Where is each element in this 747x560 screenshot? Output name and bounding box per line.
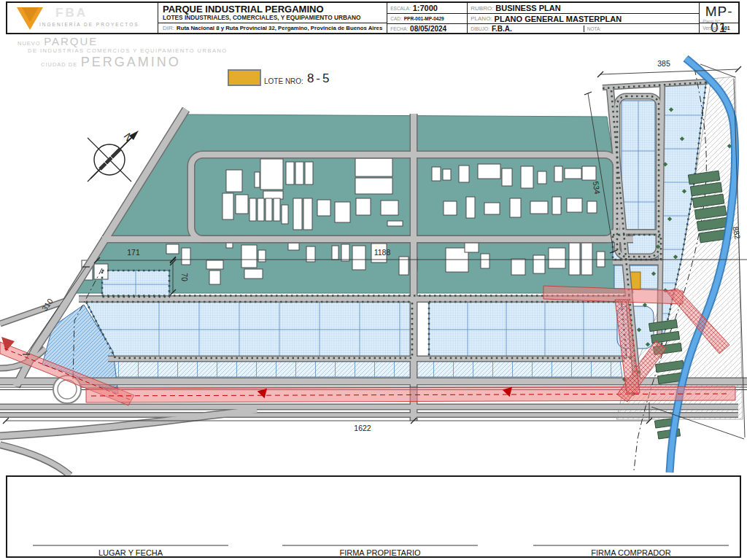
fecha-label: FECHA:: [390, 26, 408, 31]
dim-70: 70: [180, 273, 189, 281]
dim-385: 385: [657, 59, 670, 68]
escala-value: 1:7000: [413, 4, 438, 12]
project-title: PARQUE INDUSTRIAL PERGAMINO: [163, 4, 382, 15]
north-arrow-icon: N: [88, 131, 139, 182]
dir-label: DIR:: [163, 25, 174, 31]
wm-line2: DE INDUSTRIAS COMERCIOS Y EQUIPAMIENTO U…: [28, 48, 228, 54]
fecha-value: 08/05/2024: [410, 25, 446, 33]
legend-lot-number: 8-5: [307, 71, 332, 86]
project-cell: PARQUE INDUSTRIAL PERGAMINO LOTES INDUST…: [158, 3, 387, 33]
rubro-label: RUBRO:: [471, 5, 493, 12]
fba-logo-icon: [15, 4, 45, 33]
plano-value: PLANO GENERAL MASTERPLAN: [495, 15, 622, 23]
nota-label: NOTA:: [587, 26, 601, 31]
lot-color-swatch: [228, 69, 261, 86]
version-value: A01: [721, 26, 730, 31]
logo-cell: FBA INGENIERÍA DE PROYECTOS: [7, 3, 158, 33]
lot-legend: LOTE NRO: 8-5: [228, 69, 331, 86]
plan-watermark-heading: NUEVO PARQUE DE INDUSTRIAS COMERCIOS Y E…: [18, 36, 228, 69]
wm-big3: PERGAMINO: [81, 55, 181, 69]
dim-1622: 1622: [354, 424, 371, 432]
legend-label: LOTE NRO:: [264, 77, 303, 85]
dibujo-value: F.B.A.: [492, 25, 512, 33]
escala-label: ESCALA:: [390, 6, 410, 11]
signature-propietario: FIRMA PROPIETARIO: [282, 545, 478, 557]
title-block: FBA INGENIERÍA DE PROYECTOS PARQUE INDUS…: [6, 1, 740, 34]
rubro-value: BUSINESS PLAN: [495, 4, 560, 12]
project-subtitle: LOTES INDUSTRIALES, COMERCIALES, Y EQUIP…: [163, 15, 382, 21]
signature-lugar-fecha: LUGAR Y FECHA: [33, 545, 228, 557]
dibujo-label: DIBUJO:: [471, 26, 489, 31]
wm-prefix3: CIUDAD DE: [41, 61, 77, 68]
logo-tagline: INGENIERÍA DE PROYECTOS: [39, 22, 139, 27]
signature-comprador: FIRMA COMPRADOR: [533, 545, 729, 557]
wm-prefix1: NUEVO: [18, 40, 41, 47]
signature-box: LUGAR Y FECHA FIRMA PROPIETARIO FIRMA CO…: [6, 475, 741, 558]
dim-171: 171: [127, 248, 140, 257]
plan-cell: RUBRO: BUSINESS PLAN PLANO: PLANO GENERA…: [467, 3, 699, 33]
version-label: Version: [703, 26, 719, 31]
compass-north-label: N: [122, 131, 136, 143]
cad-label: CAD:: [390, 16, 402, 21]
meta-cell: ESCALA: 1:7000 CAD: PPR-001-MP-0429 FECH…: [387, 3, 467, 33]
plano-label: PLANO:: [471, 15, 492, 22]
sheet-cell: MP-01 Plano N° Version A01: [699, 3, 738, 33]
dim-1188: 1188: [374, 248, 391, 257]
dir-value: Ruta Nacional 8 y Ruta Provincial 32, Pe…: [177, 25, 382, 31]
wm-big1: PARQUE: [44, 35, 98, 47]
drawing-sheet: 385 534 882 1188 171 70 310 1622: [0, 0, 747, 560]
cad-value: PPR-001-MP-0429: [404, 16, 444, 21]
fba-watermark: FBA: [55, 6, 88, 20]
